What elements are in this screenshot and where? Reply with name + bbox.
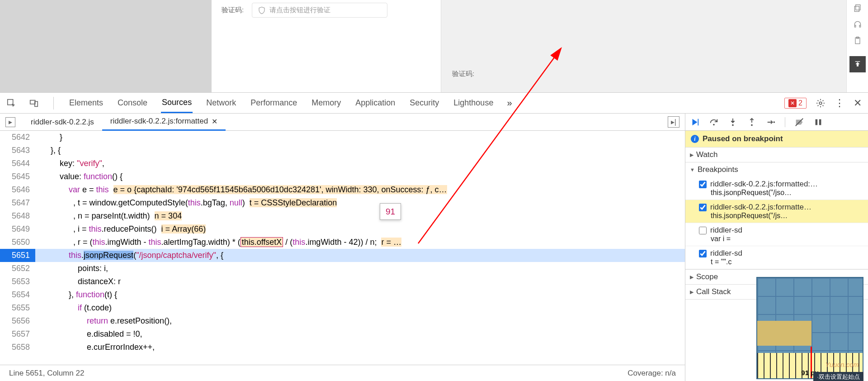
code-line[interactable]: 5651 this.jsonpRequest("/jsonp/captcha/v… bbox=[0, 249, 685, 262]
svg-rect-9 bbox=[698, 119, 698, 125]
file-tab-2[interactable]: riddler-sdk-0.2.2.js:formatted✕ bbox=[102, 113, 226, 131]
tab-application[interactable]: Application bbox=[354, 94, 396, 112]
info-icon: i bbox=[691, 135, 699, 143]
side-toolbar bbox=[846, 0, 868, 92]
step-out-icon[interactable] bbox=[747, 117, 757, 127]
svg-point-8 bbox=[819, 102, 822, 105]
code-line[interactable]: 5657 e.disabled = !0, bbox=[0, 328, 685, 341]
verify-placeholder: 请点击按钮进行验证 bbox=[269, 6, 330, 14]
breakpoint-checkbox[interactable] bbox=[699, 204, 707, 211]
code-line[interactable]: 5654 }, function(t) { bbox=[0, 288, 685, 301]
svg-rect-15 bbox=[816, 119, 818, 125]
svg-point-11 bbox=[732, 124, 734, 126]
code-line[interactable]: 5644 key: "verify", bbox=[0, 157, 685, 170]
code-line[interactable]: 5645 value: function() { bbox=[0, 170, 685, 183]
breakpoints-section: ▼Breakpoints riddler-sdk-0.2.2.js:format… bbox=[685, 162, 868, 270]
tab-lighthouse[interactable]: Lighthouse bbox=[453, 94, 494, 112]
copy-icon[interactable] bbox=[853, 4, 862, 13]
svg-rect-16 bbox=[819, 119, 821, 125]
code-line[interactable]: 5649 , i = this.reducePoints() i = Array… bbox=[0, 223, 685, 236]
code-line[interactable]: 5658 e.curErrorIndex++, bbox=[0, 341, 685, 354]
deactivate-bp-icon[interactable] bbox=[794, 117, 804, 127]
close-tab-icon[interactable]: ✕ bbox=[212, 117, 217, 126]
svg-rect-1 bbox=[854, 6, 859, 12]
watermark: Yuucn.com bbox=[826, 361, 859, 368]
code-editor[interactable]: 5642 }5643 }, {5644 key: "verify",5645 v… bbox=[0, 131, 685, 365]
devtools-tabs: Elements Console Sources Network Perform… bbox=[0, 93, 868, 114]
debugger-toolbar bbox=[685, 114, 868, 131]
svg-point-10 bbox=[713, 124, 715, 125]
step-into-icon[interactable] bbox=[728, 117, 738, 127]
sources-panel: ▸ riddler-sdk-0.2.2.js riddler-sdk-0.2.2… bbox=[0, 114, 685, 381]
code-line[interactable]: 5647 , t = window.getComputedStyle(this.… bbox=[0, 196, 685, 210]
breakpoint-item[interactable]: riddler-sdvar i = bbox=[685, 223, 868, 246]
breakpoint-checkbox[interactable] bbox=[699, 250, 707, 257]
headset-icon[interactable] bbox=[853, 20, 862, 29]
code-line[interactable]: 5653 distanceX: r bbox=[0, 275, 685, 288]
scroll-top-button[interactable] bbox=[849, 56, 866, 72]
coverage-status: Coverage: n/a bbox=[627, 369, 676, 378]
code-line[interactable]: 5646 var e = this e = o {captchaId: '974… bbox=[0, 183, 685, 196]
svg-rect-0 bbox=[855, 5, 860, 10]
cursor-position: Line 5651, Column 22 bbox=[9, 369, 84, 378]
paused-banner: i Paused on breakpoint bbox=[685, 131, 868, 148]
resume-mini-icon[interactable]: ▸| bbox=[668, 116, 679, 128]
file-tab-1[interactable]: riddler-sdk-0.2.2.js bbox=[23, 114, 102, 130]
captcha-form-left: 验证码: 请点击按钮进行验证 bbox=[212, 0, 441, 92]
pause-exception-icon[interactable] bbox=[813, 117, 823, 127]
code-line[interactable]: 5655 if (t.code) bbox=[0, 301, 685, 314]
tab-security[interactable]: Security bbox=[409, 94, 440, 112]
tabs-more-icon[interactable]: » bbox=[507, 98, 512, 108]
step-icon[interactable] bbox=[766, 117, 776, 127]
page-content: 验证码: 请点击按钮进行验证 验证码: 50 100 150 200 250 bbox=[0, 0, 868, 92]
verify-label: 验证码: bbox=[222, 6, 244, 14]
code-line[interactable]: 5643 }, { bbox=[0, 144, 685, 157]
breakpoint-checkbox[interactable] bbox=[699, 181, 707, 188]
run-snippet-icon[interactable]: ▸ bbox=[5, 117, 15, 127]
breakpoint-item[interactable]: riddler-sdk-0.2.2.js:formatted:…this.jso… bbox=[685, 177, 868, 200]
code-line[interactable]: 5642 } bbox=[0, 131, 685, 144]
devtools-panel: Elements Console Sources Network Perform… bbox=[0, 92, 868, 381]
code-line[interactable]: 5650 , r = (this.imgWidth - this.alertIm… bbox=[0, 236, 685, 249]
devtools-close-icon[interactable]: ✕ bbox=[854, 97, 862, 109]
tab-console[interactable]: Console bbox=[117, 94, 148, 112]
breakpoint-item[interactable]: riddler-sdt = "".c bbox=[685, 246, 868, 269]
value-tooltip: 91 bbox=[380, 203, 401, 220]
zoom-inset: Yuucn.com 91 px bbox=[756, 277, 863, 379]
tab-sources[interactable]: Sources bbox=[161, 93, 193, 113]
captcha-form-right: 验证码: 50 100 150 200 250 300 350 400 bbox=[441, 0, 868, 92]
tab-network[interactable]: Network bbox=[205, 94, 237, 112]
verify-button[interactable]: 请点击按钮进行验证 bbox=[252, 3, 387, 18]
resume-icon[interactable] bbox=[690, 117, 700, 127]
step-over-icon[interactable] bbox=[709, 117, 719, 127]
tab-memory[interactable]: Memory bbox=[311, 94, 342, 112]
verify-label-2: 验证码: bbox=[452, 70, 474, 78]
code-line[interactable]: 5656 return e.resetPosition(), bbox=[0, 314, 685, 328]
svg-point-12 bbox=[751, 124, 753, 126]
kebab-menu-icon[interactable]: ⋮ bbox=[835, 97, 844, 109]
svg-rect-4 bbox=[855, 61, 860, 62]
device-icon[interactable] bbox=[29, 98, 39, 108]
clipboard-icon[interactable] bbox=[853, 36, 862, 45]
tab-elements[interactable]: Elements bbox=[68, 94, 104, 112]
inset-hint: ·双击设置起始点 bbox=[813, 372, 863, 381]
watch-section[interactable]: ▶Watch bbox=[685, 148, 868, 162]
code-line[interactable]: 5652 points: i, bbox=[0, 262, 685, 275]
code-line[interactable]: 5648 , n = parseInt(t.width) n = 304 bbox=[0, 210, 685, 223]
svg-point-13 bbox=[774, 121, 775, 123]
breakpoint-item[interactable]: riddler-sdk-0.2.2.js:formatte…this.jsonp… bbox=[685, 200, 868, 223]
inspect-icon[interactable] bbox=[6, 98, 16, 108]
breakpoints-header[interactable]: ▼Breakpoints bbox=[685, 162, 868, 177]
error-badge[interactable]: ✕2 bbox=[784, 98, 807, 109]
status-bar: Line 5651, Column 22 Coverage: n/a bbox=[0, 365, 685, 381]
shield-icon bbox=[258, 6, 266, 14]
breakpoint-checkbox[interactable] bbox=[699, 227, 707, 234]
file-tabs: ▸ riddler-sdk-0.2.2.js riddler-sdk-0.2.2… bbox=[0, 114, 685, 131]
settings-icon[interactable] bbox=[816, 98, 826, 108]
tab-performance[interactable]: Performance bbox=[250, 94, 298, 112]
